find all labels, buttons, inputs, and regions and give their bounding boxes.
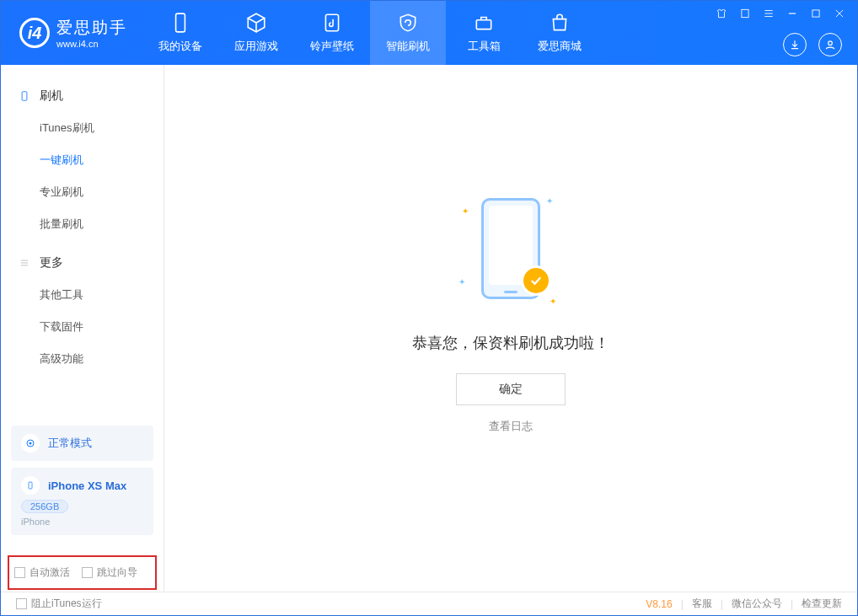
window-controls — [714, 6, 847, 21]
nav-label: 应用游戏 — [234, 39, 278, 54]
app-site: www.i4.cn — [56, 39, 127, 49]
titlebar: i4 爱思助手 www.i4.cn 我的设备 应用游戏 铃声壁纸 智能刷机 工具… — [1, 1, 857, 65]
ok-button[interactable]: 确定 — [456, 373, 566, 405]
phone-icon — [169, 12, 191, 34]
app-name: 爱思助手 — [56, 17, 127, 39]
sidebar-item-oneclick-flash[interactable]: 一键刷机 — [40, 144, 164, 176]
svg-rect-3 — [742, 9, 748, 17]
maximize-button[interactable] — [808, 6, 823, 21]
svg-point-5 — [829, 41, 833, 46]
statusbar: 阻止iTunes运行 V8.16 | 客服 | 微信公众号 | 检查更新 — [1, 592, 857, 615]
sidebar-section-flash[interactable]: 刷机 — [1, 80, 164, 112]
device-type: iPhone — [21, 517, 50, 527]
nav-label: 我的设备 — [158, 39, 202, 54]
sidebar-item-other-tools[interactable]: 其他工具 — [40, 279, 164, 311]
checkbox-block-itunes[interactable]: 阻止iTunes运行 — [16, 597, 102, 611]
mode-card[interactable]: 正常模式 — [11, 426, 153, 461]
nav-tab-apps-games[interactable]: 应用游戏 — [218, 1, 294, 65]
logo-icon: i4 — [19, 18, 50, 48]
app-logo[interactable]: i4 爱思助手 www.i4.cn — [1, 1, 142, 65]
nav-tab-my-device[interactable]: 我的设备 — [142, 1, 218, 65]
note-icon[interactable] — [737, 6, 753, 21]
mode-label: 正常模式 — [48, 436, 92, 451]
nav-label: 铃声壁纸 — [310, 39, 354, 54]
nav-tab-toolbox[interactable]: 工具箱 — [446, 1, 522, 65]
main-content: ✦✦ ✦✦ 恭喜您，保资料刷机成功啦！ 确定 查看日志 — [164, 65, 857, 592]
music-file-icon — [321, 12, 343, 34]
nav-label: 爱思商城 — [538, 39, 582, 54]
checkbox-auto-activate[interactable]: 自动激活 — [14, 565, 70, 580]
status-link-support[interactable]: 客服 — [692, 597, 712, 611]
svg-rect-4 — [812, 10, 819, 17]
titlebar-extra — [783, 33, 842, 56]
nav-label: 工具箱 — [468, 39, 501, 54]
cube-icon — [245, 12, 267, 34]
status-link-wechat[interactable]: 微信公众号 — [732, 597, 782, 611]
svg-rect-0 — [176, 13, 185, 32]
sidebar: 刷机 iTunes刷机 一键刷机 专业刷机 批量刷机 更多 其他工具 下载固件 … — [1, 65, 164, 592]
menu-icon[interactable] — [761, 6, 776, 21]
mode-icon — [21, 434, 40, 453]
sidebar-item-pro-flash[interactable]: 专业刷机 — [40, 176, 164, 208]
checkbox-icon — [14, 567, 25, 578]
sidebar-item-download-firmware[interactable]: 下载固件 — [40, 311, 164, 343]
nav-tab-ringtone-wallpaper[interactable]: 铃声壁纸 — [294, 1, 370, 65]
success-message: 恭喜您，保资料刷机成功啦！ — [412, 333, 609, 353]
refresh-shield-icon — [397, 12, 419, 34]
svg-point-8 — [29, 442, 32, 445]
svg-rect-6 — [22, 92, 27, 101]
view-log-link[interactable]: 查看日志 — [489, 419, 533, 434]
user-button[interactable] — [818, 33, 842, 56]
sidebar-item-advanced[interactable]: 高级功能 — [40, 343, 164, 375]
checkbox-label: 跳过向导 — [97, 565, 137, 580]
nav-tabs: 我的设备 应用游戏 铃声壁纸 智能刷机 工具箱 爱思商城 — [142, 1, 598, 65]
toolbox-icon — [473, 12, 495, 34]
nav-tab-smart-flash[interactable]: 智能刷机 — [370, 1, 446, 65]
sidebar-item-itunes-flash[interactable]: iTunes刷机 — [40, 112, 164, 144]
section-title: 刷机 — [40, 88, 63, 104]
checkbox-label: 阻止iTunes运行 — [31, 597, 102, 611]
sidebar-section-more[interactable]: 更多 — [1, 247, 164, 279]
shirt-icon[interactable] — [714, 6, 729, 21]
nav-label: 智能刷机 — [386, 39, 430, 54]
device-capacity: 256GB — [21, 500, 68, 513]
checkbox-skip-guide[interactable]: 跳过向导 — [82, 565, 137, 580]
svg-rect-1 — [325, 14, 338, 31]
list-icon — [18, 256, 31, 270]
close-button[interactable] — [832, 6, 847, 21]
success-illustration: ✦✦ ✦✦ — [435, 190, 587, 316]
sidebar-item-batch-flash[interactable]: 批量刷机 — [40, 208, 164, 240]
svg-rect-2 — [476, 20, 491, 29]
device-type-icon — [21, 476, 40, 495]
device-card[interactable]: iPhone XS Max 256GB iPhone — [11, 468, 153, 535]
checkbox-label: 自动激活 — [29, 565, 70, 580]
version-label: V8.16 — [646, 598, 672, 610]
options-highlight: 自动激活 跳过向导 — [8, 555, 157, 590]
section-title: 更多 — [40, 255, 63, 271]
device-icon — [18, 89, 31, 103]
minimize-button[interactable] — [785, 6, 800, 21]
check-badge-icon — [521, 265, 551, 296]
status-link-update[interactable]: 检查更新 — [802, 597, 842, 611]
checkbox-icon — [16, 598, 27, 609]
shopping-bag-icon — [549, 12, 571, 34]
device-name: iPhone XS Max — [48, 479, 126, 492]
svg-rect-9 — [29, 482, 32, 489]
checkbox-icon — [82, 567, 93, 578]
nav-tab-store[interactable]: 爱思商城 — [522, 1, 598, 65]
download-button[interactable] — [783, 33, 807, 56]
